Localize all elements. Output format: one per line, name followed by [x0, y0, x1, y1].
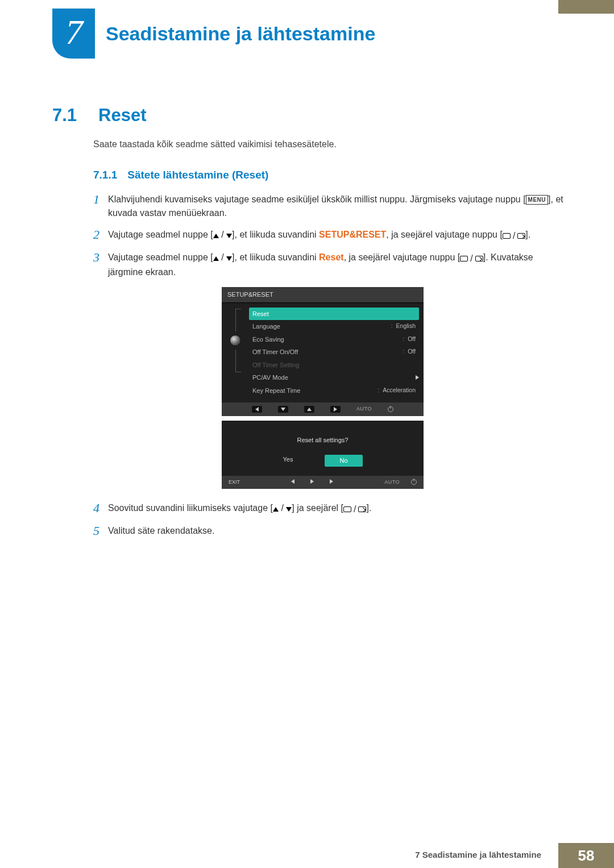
text: Soovitud suvandini liikumiseks vajutage … — [108, 503, 273, 513]
highlight: SETUP&RESET — [319, 230, 386, 239]
osd-menu: SETUP&RESET Reset Language:English Eco S… — [222, 287, 424, 416]
page-content: 7.1 Reset Saate taastada kõik seadme sät… — [52, 105, 564, 546]
label: Off Timer On/Off — [252, 347, 298, 357]
osd-left-indicator — [226, 308, 244, 397]
text: , ja seejärel vajutage nuppu [ — [386, 230, 503, 239]
chapter-number: 7 — [65, 12, 82, 52]
osd-item-reset: Reset — [249, 308, 419, 321]
step-number: 5 — [93, 524, 108, 538]
osd-item-keyrepeat: Key Repeat Time:Acceleration — [249, 384, 419, 397]
menu-button-icon: MENU — [526, 195, 548, 205]
source-enter-icon: / — [460, 252, 483, 265]
chapter-number-tab: 7 — [52, 9, 95, 59]
osd-body: Reset Language:English Eco Saving:Off Of… — [222, 303, 424, 403]
nav-exit-label: EXIT — [229, 479, 240, 487]
nav-left-icon — [291, 479, 294, 487]
nav-right-icon — [330, 479, 333, 487]
triangle-down-icon — [226, 256, 232, 261]
osd-item-eco: Eco Saving:Off — [249, 333, 419, 346]
text: ]. — [366, 503, 371, 513]
text: ], et liikuda suvandini — [232, 230, 319, 239]
power-icon — [388, 406, 393, 412]
knob-icon — [230, 335, 241, 346]
label: Eco Saving — [252, 335, 284, 344]
osd-item-offtimer-setting: Off Timer Setting — [249, 359, 419, 372]
dialog-body: Reset all settings? Yes No — [222, 421, 424, 476]
step-text: Vajutage seadmel nuppe [ / ], et liikuda… — [108, 228, 530, 243]
triangle-up-icon — [273, 507, 279, 512]
osd-reset-dialog: Reset all settings? Yes No EXIT — [222, 421, 424, 489]
osd-illustration: SETUP&RESET Reset Language:English Eco S… — [222, 287, 564, 489]
steps-list: 1 Klahvijuhendi kuvamiseks vajutage sead… — [93, 193, 564, 538]
step-text: Klahvijuhendi kuvamiseks vajutage seadme… — [108, 193, 564, 220]
step-number: 4 — [93, 501, 108, 516]
nav-right-icon — [310, 479, 314, 487]
nav-left-icon — [252, 406, 262, 413]
step-number: 3 — [93, 251, 108, 493]
value: Off — [408, 335, 416, 344]
nav-right-icon — [330, 406, 341, 413]
step-4: 4 Soovitud suvandini liikumiseks vajutag… — [93, 501, 564, 516]
text: Vajutage seadmel nuppe [ — [108, 252, 213, 262]
step-1: 1 Klahvijuhendi kuvamiseks vajutage sead… — [93, 193, 564, 220]
step-3: 3 Vajutage seadmel nuppe [ / ], et liiku… — [93, 251, 564, 493]
source-enter-icon: / — [343, 502, 366, 516]
text: ]. — [525, 230, 530, 239]
step-2: 2 Vajutage seadmel nuppe [ / ], et liiku… — [93, 228, 564, 243]
text: , ja seejärel vajutage nuppu [ — [344, 252, 460, 262]
section-heading: 7.1 Reset — [52, 105, 564, 126]
footer-page-number: 58 — [558, 843, 614, 868]
triangle-right-icon — [416, 375, 419, 380]
step-text: Vajutage seadmel nuppe [ / ], et liikuda… — [108, 251, 564, 493]
triangle-down-icon — [286, 507, 292, 512]
subsection-title: Sätete lähtestamine (Reset) — [127, 169, 268, 181]
osd-header: SETUP&RESET — [222, 287, 424, 303]
step-text: Valitud säte rakendatakse. — [108, 524, 214, 538]
dialog-options: Yes No — [222, 455, 424, 467]
osd-item-language: Language:English — [249, 320, 419, 333]
power-icon — [411, 479, 417, 485]
label: Key Repeat Time — [252, 386, 300, 396]
subsection-number: 7.1.1 — [93, 169, 117, 181]
section-number: 7.1 — [52, 105, 77, 126]
page-footer: 7 Seadistamine ja lähtestamine 58 — [0, 843, 614, 868]
label: PC/AV Mode — [252, 373, 288, 383]
label: Language — [252, 322, 280, 331]
osd-nav-bar: AUTO — [222, 402, 424, 416]
osd-item-pcav: PC/AV Mode — [249, 371, 419, 384]
value: English — [396, 322, 416, 331]
step-number: 1 — [93, 193, 108, 220]
nav-down-icon — [278, 406, 288, 413]
highlight: Reset — [319, 252, 344, 262]
triangle-down-icon — [226, 234, 232, 238]
text: Klahvijuhendi kuvamiseks vajutage seadme… — [108, 194, 526, 204]
step-text: Soovitud suvandini liikumiseks vajutage … — [108, 501, 371, 516]
dialog-no-selected: No — [325, 455, 362, 467]
label: Off Timer Setting — [252, 360, 299, 370]
nav-up-icon — [304, 406, 314, 413]
section-intro: Saate taastada kõik seadme sätted vaikim… — [93, 139, 564, 149]
text: ], et liikuda suvandini — [232, 252, 319, 262]
footer-chapter-label: 7 Seadistamine ja lähtestamine — [415, 850, 541, 859]
dialog-yes: Yes — [283, 455, 293, 467]
text: Vajutage seadmel nuppe [ — [108, 230, 213, 239]
section-title: Reset — [98, 105, 146, 126]
subsection-heading: 7.1.1 Sätete lähtestamine (Reset) — [93, 169, 564, 181]
text: ] ja seejärel [ — [292, 503, 343, 513]
osd-item-offtimer: Off Timer On/Off:Off — [249, 346, 419, 359]
source-enter-icon: / — [503, 229, 525, 243]
chapter-title: Seadistamine ja lähtestamine — [106, 23, 375, 45]
dialog-question: Reset all settings? — [222, 435, 424, 445]
top-corner-band — [558, 0, 614, 14]
step-5: 5 Valitud säte rakendatakse. — [93, 524, 564, 538]
label: Reset — [252, 309, 269, 319]
osd-menu-list: Reset Language:English Eco Saving:Off Of… — [249, 308, 419, 397]
value: Off — [408, 347, 416, 356]
value: Acceleration — [383, 386, 416, 395]
triangle-up-icon — [213, 256, 219, 261]
nav-auto-label: AUTO — [384, 479, 400, 487]
nav-auto-label: AUTO — [356, 405, 372, 413]
triangle-up-icon — [213, 234, 219, 238]
dialog-nav-bar: EXIT AUTO — [222, 476, 424, 489]
step-number: 2 — [93, 228, 108, 243]
